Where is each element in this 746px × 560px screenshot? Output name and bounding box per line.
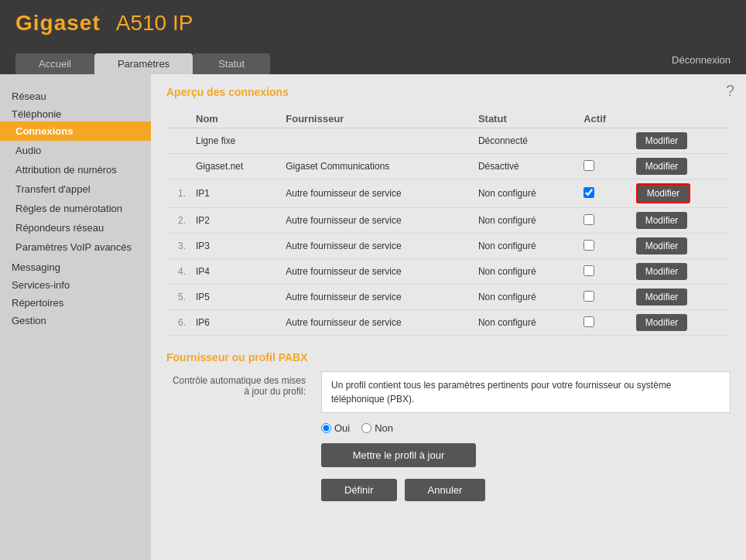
col-btn-header <box>630 110 731 128</box>
table-row: 1. IP1 Autre fournisseur de service Non … <box>166 179 731 208</box>
row-name: IP2 <box>190 208 279 234</box>
table-row: 2. IP2 Autre fournisseur de service Non … <box>166 208 731 234</box>
annuler-button[interactable]: Annuler <box>405 479 486 501</box>
table-row: 5. IP5 Autre fournisseur de service Non … <box>166 285 731 310</box>
row-name: IP3 <box>190 234 279 259</box>
sidebar-item-transfert[interactable]: Transfert d'appel <box>0 179 151 199</box>
row-num: 2. <box>166 208 190 234</box>
active-checkbox-ip5[interactable] <box>583 291 594 302</box>
sidebar-item-regles[interactable]: Règles de numérotation <box>0 199 151 218</box>
row-name: Gigaset.net <box>190 154 279 179</box>
tab-statut[interactable]: Statut <box>193 53 270 74</box>
row-name: IP1 <box>190 179 279 208</box>
row-btn[interactable]: Modifier <box>630 310 731 336</box>
connections-table: Nom Fournisseur Statut Actif Ligne fixe … <box>166 110 731 336</box>
sidebar-item-telephonie[interactable]: Téléphonie <box>0 104 151 121</box>
sidebar-item-connexions[interactable]: Connexions <box>0 121 151 141</box>
col-num-header <box>166 110 190 128</box>
modifier-button-ip2[interactable]: Modifier <box>636 212 688 229</box>
sidebar-item-reseau[interactable]: Réseau <box>0 86 151 104</box>
row-status: Désactivé <box>472 154 577 179</box>
bottom-buttons: Définir Annuler <box>321 479 731 501</box>
radio-non-label[interactable]: Non <box>361 422 393 434</box>
active-checkbox-ip4[interactable] <box>583 265 594 276</box>
row-provider: Autre fournisseur de service <box>279 179 472 208</box>
update-profile-button[interactable]: Mettre le profil à jour <box>321 443 476 467</box>
row-status: Non configuré <box>472 310 577 336</box>
modifier-button-ip5[interactable]: Modifier <box>636 289 688 306</box>
active-checkbox-ip3[interactable] <box>583 240 594 251</box>
row-active[interactable] <box>577 179 629 208</box>
table-row: Gigaset.net Gigaset Communications Désac… <box>166 154 731 179</box>
tab-accueil[interactable]: Accueil <box>15 53 94 74</box>
definir-button[interactable]: Définir <box>321 479 397 501</box>
pabx-left-col: Contrôle automatique des mises à jour du… <box>166 371 306 501</box>
radio-oui-label[interactable]: Oui <box>321 422 350 434</box>
row-provider: Autre fournisseur de service <box>279 208 472 234</box>
row-provider: Autre fournisseur de service <box>279 310 472 336</box>
modifier-button-ligne-fixe[interactable]: Modifier <box>636 132 688 149</box>
row-active[interactable] <box>577 154 629 179</box>
row-btn[interactable]: Modifier <box>630 128 731 154</box>
row-status: Non configuré <box>472 234 577 259</box>
radio-non-text: Non <box>375 422 393 434</box>
row-num <box>166 128 190 154</box>
header: Gigaset A510 IP <box>0 0 746 46</box>
row-provider: Autre fournisseur de service <box>279 259 472 285</box>
logout-button[interactable]: Déconnexion <box>672 46 731 74</box>
row-status: Non configuré <box>472 285 577 310</box>
row-name: IP5 <box>190 285 279 310</box>
row-btn[interactable]: Modifier <box>630 179 731 208</box>
tab-parametres[interactable]: Paramètres <box>94 53 193 74</box>
row-active[interactable] <box>577 208 629 234</box>
modifier-button-ip3[interactable]: Modifier <box>636 237 688 254</box>
model: A510 IP <box>116 11 193 36</box>
help-icon[interactable]: ? <box>726 82 734 100</box>
modifier-button-ip1[interactable]: Modifier <box>636 183 691 203</box>
sidebar-item-repondeurs[interactable]: Répondeurs réseau <box>0 218 151 237</box>
row-active[interactable] <box>577 234 629 259</box>
modifier-button-gigaset[interactable]: Modifier <box>636 158 688 175</box>
sidebar-item-audio[interactable]: Audio <box>0 141 151 160</box>
connections-title: Aperçu des connexions <box>166 86 731 98</box>
brand: Gigaset <box>15 11 101 36</box>
active-checkbox-ip1[interactable] <box>583 187 594 198</box>
row-active[interactable] <box>577 285 629 310</box>
row-btn[interactable]: Modifier <box>630 234 731 259</box>
sidebar-item-messaging[interactable]: Messaging <box>0 257 151 275</box>
row-num: 3. <box>166 234 190 259</box>
modifier-button-ip6[interactable]: Modifier <box>636 314 688 331</box>
row-btn[interactable]: Modifier <box>630 208 731 234</box>
sidebar-item-gestion[interactable]: Gestion <box>0 310 151 328</box>
row-name: Ligne fixe <box>190 128 279 154</box>
row-provider: Autre fournisseur de service <box>279 234 472 259</box>
row-active[interactable] <box>577 259 629 285</box>
modifier-button-ip4[interactable]: Modifier <box>636 263 688 280</box>
radio-group: Oui Non <box>321 422 731 434</box>
active-checkbox-ip2[interactable] <box>583 214 594 225</box>
content-area: ? Aperçu des connexions Nom Fournisseur … <box>151 74 746 560</box>
row-btn[interactable]: Modifier <box>630 154 731 179</box>
pabx-description: Un profil contient tous les paramètres p… <box>321 371 731 413</box>
row-name: IP4 <box>190 259 279 285</box>
sidebar-item-services-info[interactable]: Services-info <box>0 275 151 292</box>
table-row: 6. IP6 Autre fournisseur de service Non … <box>166 310 731 336</box>
active-checkbox-gigaset[interactable] <box>583 160 594 171</box>
active-checkbox-ip6[interactable] <box>583 316 594 327</box>
radio-non[interactable] <box>361 423 371 433</box>
sidebar-item-attribution[interactable]: Attribution de numéros <box>0 160 151 179</box>
radio-oui[interactable] <box>321 423 331 433</box>
pabx-right-col: Un profil contient tous les paramètres p… <box>321 371 731 501</box>
col-nom-header: Nom <box>190 110 279 128</box>
row-btn[interactable]: Modifier <box>630 285 731 310</box>
row-num: 5. <box>166 285 190 310</box>
sidebar-item-voip-avances[interactable]: Paramètres VoIP avancés <box>0 237 151 257</box>
main-layout: Réseau Téléphonie Connexions Audio Attri… <box>0 74 746 560</box>
col-actif-header: Actif <box>577 110 629 128</box>
pabx-two-col: Contrôle automatique des mises à jour du… <box>166 371 731 501</box>
row-provider: Autre fournisseur de service <box>279 285 472 310</box>
row-btn[interactable]: Modifier <box>630 259 731 285</box>
sidebar-item-repertoires[interactable]: Répertoires <box>0 292 151 310</box>
row-active[interactable] <box>577 310 629 336</box>
auto-update-label: Contrôle automatique des mises à jour du… <box>166 375 306 397</box>
